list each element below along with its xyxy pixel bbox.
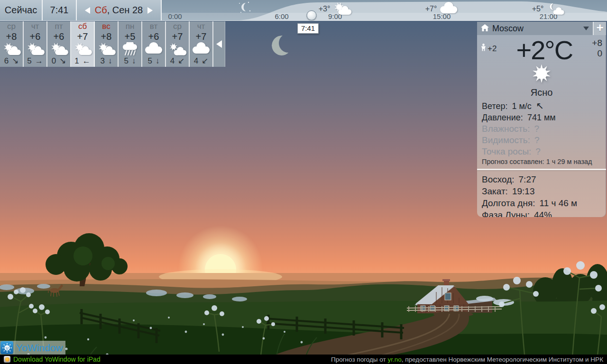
weather-detail-row: Точка росы:?: [482, 146, 601, 157]
forecast-temp: +7: [196, 31, 207, 42]
forecast-day-cell[interactable]: сб+71←: [71, 21, 95, 67]
time-slider-handle[interactable]: [307, 10, 317, 20]
wind-direction-arrow: ↖: [536, 100, 544, 111]
feels-like-value: +2: [487, 44, 497, 54]
cloud-icon: [144, 42, 163, 56]
detail-label: Влажность:: [482, 123, 530, 135]
person-icon: [481, 44, 486, 54]
forecast-day-cell[interactable]: вс+83↓: [95, 21, 119, 67]
astro-label: Закат:: [482, 185, 508, 197]
timeline-forecast-point: +7°: [425, 2, 459, 16]
collapse-forecast-button[interactable]: [213, 21, 225, 67]
download-link[interactable]: Download YoWindow for iPad: [4, 355, 101, 363]
timeline-temp: +5°: [532, 5, 544, 13]
low-temp: 0: [592, 48, 602, 59]
forecast-day-label: пт: [55, 22, 63, 31]
astro-row: Восход:7:27: [482, 173, 601, 185]
forecast-wind: 4↙: [170, 56, 185, 66]
detail-value: ?: [534, 123, 539, 135]
sun-cloud-icon: [49, 42, 68, 56]
attribution: Прогноз погоды от yr.no, предоставлен Но…: [331, 356, 603, 363]
detail-value: ?: [534, 135, 540, 146]
astro-value: 7:27: [519, 173, 536, 185]
forecast-day-cell[interactable]: пн+55↓: [119, 21, 142, 67]
timeline-forecast-point: +5°: [532, 2, 565, 16]
detail-value: 741 мм: [527, 112, 556, 123]
wind-direction-arrow: ↓: [156, 56, 160, 66]
astronomy-details: Восход:7:27Закат:19:13Долгота дня:11 ч 4…: [477, 170, 606, 217]
astro-value: 11 ч 46 м: [539, 197, 577, 209]
astro-row: Закат:19:13: [482, 185, 601, 197]
astro-value: 44%: [534, 209, 552, 217]
weather-detail-row: Влажность:?: [482, 123, 601, 135]
chevron-down-icon[interactable]: [583, 27, 589, 30]
detail-label: Ветер:: [482, 100, 507, 112]
timeline-forecast-point: +3°: [319, 2, 352, 16]
wind-direction-arrow: ↙: [202, 56, 208, 66]
wind-direction-arrow: ←: [83, 56, 91, 66]
forecast-wind: 0↘: [52, 56, 66, 66]
condition-label: Ясно: [477, 87, 606, 98]
attribution-suffix: , предоставлен Норвежским Метеорологичес…: [402, 356, 603, 363]
forecast-temp: +8: [101, 31, 112, 42]
yowindow-logo[interactable]: YoWindow: [0, 341, 65, 355]
forecast-age: Прогноз составлен: 1 ч 29 м назад: [477, 157, 606, 166]
timeline-tick: 6:00: [275, 12, 288, 20]
forecast-day-label: ср: [7, 22, 16, 31]
forecast-wind: 5→: [27, 56, 43, 66]
forecast-day-cell[interactable]: чт+65→: [24, 21, 47, 67]
wind-direction-arrow: ↘: [59, 56, 66, 66]
forecast-day-cell[interactable]: вт+65↓: [142, 21, 166, 67]
wind-direction-arrow: ↘: [12, 56, 18, 66]
date-label: Сб, Сен 28: [95, 5, 143, 16]
timeline-tick: 0:00: [168, 12, 182, 20]
time-slider-track[interactable]: 0:006:009:0015:0021:00 +3°+7°+5°: [162, 0, 607, 20]
detail-label: Видимость:: [482, 135, 530, 146]
add-location-button[interactable]: +: [593, 22, 606, 35]
wind-direction-arrow: ↓: [132, 56, 136, 66]
night-moon-icon: [238, 1, 252, 16]
now-button[interactable]: Сейчас: [0, 0, 42, 20]
next-day-icon[interactable]: [147, 7, 153, 14]
yrno-link[interactable]: yr.no: [387, 356, 401, 363]
forecast-day-cell[interactable]: ср+74↙: [166, 21, 190, 67]
forecast-day-label: чт: [31, 22, 39, 31]
moon-cloud-icon: [546, 2, 565, 16]
sun-cloud-icon: [2, 42, 21, 56]
astro-label: Восход:: [482, 173, 515, 185]
location-selector[interactable]: Moscow: [477, 22, 583, 35]
forecast-strip: ср+86↘чт+65→пт+60↘сб+71←вс+83↓пн+55↓вт+6…: [0, 21, 225, 67]
forecast-day-label: вт: [150, 22, 157, 31]
detail-value: ?: [535, 146, 541, 157]
forecast-temp: +6: [30, 31, 41, 42]
detail-value: 1 м/с: [512, 100, 531, 112]
cloud-icon: [192, 42, 211, 56]
timeline-temp: +3°: [319, 5, 331, 13]
forecast-day-label: вс: [102, 22, 110, 31]
forecast-day-cell[interactable]: чт+74↙: [190, 21, 213, 67]
prev-day-icon[interactable]: [85, 7, 90, 14]
forecast-day-cell[interactable]: ср+86↘: [0, 21, 24, 67]
feels-like: +2: [481, 44, 497, 54]
date-navigator: Сб, Сен 28: [77, 0, 161, 20]
forecast-day-label: сб: [78, 22, 87, 31]
weather-detail-row: Ветер:1 м/с↖: [482, 100, 601, 112]
forecast-wind: 1←: [74, 56, 90, 66]
collapse-arrow-icon: [216, 40, 222, 48]
forecast-age-value: 1 ч 29 м назад: [546, 158, 592, 165]
astro-row: Фаза Луны:44%: [482, 209, 601, 217]
forecast-wind: 4↙: [194, 56, 209, 66]
forecast-wind: 5↓: [124, 56, 136, 66]
detail-label: Давление:: [482, 112, 523, 123]
detail-label: Точка росы:: [482, 146, 531, 157]
sun-cloud-icon: [73, 42, 92, 56]
forecast-day-label: чт: [197, 22, 205, 31]
wind-direction-arrow: ↙: [178, 56, 184, 66]
forecast-day-cell[interactable]: пт+60↘: [47, 21, 71, 67]
app-icon: [4, 356, 10, 363]
weather-detail-row: Видимость:?: [482, 135, 601, 146]
yowindow-sun-icon: [0, 341, 13, 354]
yowindow-logo-text: YoWindow: [16, 342, 63, 354]
sun-cloud-icon: [97, 42, 116, 56]
forecast-temp: +6: [54, 31, 64, 42]
